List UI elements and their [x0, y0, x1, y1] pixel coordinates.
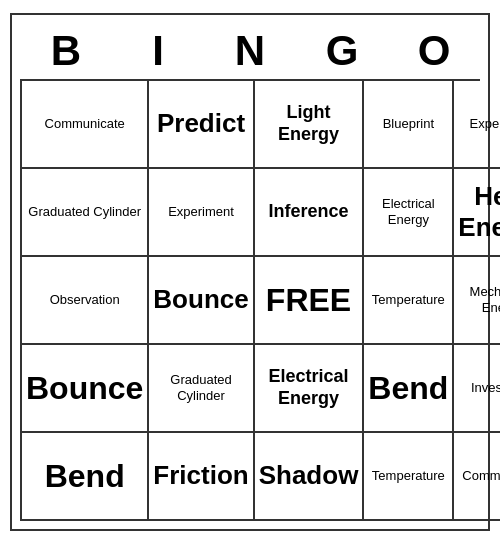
bingo-cell-12: FREE — [255, 257, 365, 345]
bingo-cell-4: Experiment — [454, 81, 500, 169]
bingo-cell-5: Graduated Cylinder — [22, 169, 149, 257]
header-n: N — [204, 23, 296, 79]
bingo-cell-1: Predict — [149, 81, 254, 169]
bingo-cell-17: Electrical Energy — [255, 345, 365, 433]
bingo-cell-9: Heat Energy — [454, 169, 500, 257]
bingo-cell-7: Inference — [255, 169, 365, 257]
bingo-cell-21: Friction — [149, 433, 254, 521]
bingo-cell-11: Bounce — [149, 257, 254, 345]
bingo-cell-14: Mechanical Energy — [454, 257, 500, 345]
bingo-cell-24: Communicate — [454, 433, 500, 521]
header-i: I — [112, 23, 204, 79]
bingo-cell-3: Blueprint — [364, 81, 454, 169]
bingo-cell-6: Experiment — [149, 169, 254, 257]
bingo-cell-13: Temperature — [364, 257, 454, 345]
bingo-cell-22: Shadow — [255, 433, 365, 521]
bingo-header: B I N G O — [20, 23, 480, 79]
bingo-cell-20: Bend — [22, 433, 149, 521]
bingo-card: B I N G O CommunicatePredictLight Energy… — [10, 13, 490, 531]
bingo-cell-8: Electrical Energy — [364, 169, 454, 257]
bingo-grid: CommunicatePredictLight EnergyBlueprintE… — [20, 79, 480, 521]
bingo-cell-0: Communicate — [22, 81, 149, 169]
bingo-cell-16: Graduated Cylinder — [149, 345, 254, 433]
bingo-cell-15: Bounce — [22, 345, 149, 433]
bingo-cell-19: Investigate — [454, 345, 500, 433]
bingo-cell-18: Bend — [364, 345, 454, 433]
header-b: B — [20, 23, 112, 79]
header-o: O — [388, 23, 480, 79]
bingo-cell-10: Observation — [22, 257, 149, 345]
header-g: G — [296, 23, 388, 79]
bingo-cell-2: Light Energy — [255, 81, 365, 169]
bingo-cell-23: Temperature — [364, 433, 454, 521]
